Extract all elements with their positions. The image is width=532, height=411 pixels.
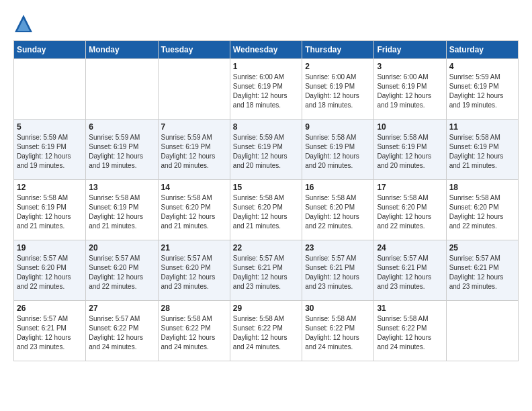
day-number: 16 — [305, 183, 371, 192]
header-cell-wednesday: Wednesday — [230, 41, 302, 59]
day-info: Sunrise: 5:59 AM Sunset: 6:19 PM Dayligh… — [233, 133, 299, 171]
day-info: Sunrise: 6:00 AM Sunset: 6:19 PM Dayligh… — [233, 73, 299, 110]
calendar-week-4: 19Sunrise: 5:57 AM Sunset: 6:20 PM Dayli… — [14, 240, 519, 301]
day-info: Sunrise: 5:58 AM Sunset: 6:19 PM Dayligh… — [17, 193, 83, 231]
header-row: SundayMondayTuesdayWednesdayThursdayFrid… — [14, 41, 519, 59]
calendar-cell: 2Sunrise: 6:00 AM Sunset: 6:19 PM Daylig… — [302, 59, 374, 120]
day-number: 27 — [89, 304, 154, 313]
calendar-cell: 16Sunrise: 5:58 AM Sunset: 6:20 PM Dayli… — [302, 180, 374, 240]
calendar-cell: 20Sunrise: 5:57 AM Sunset: 6:20 PM Dayli… — [86, 240, 158, 301]
calendar-header: SundayMondayTuesdayWednesdayThursdayFrid… — [14, 41, 519, 59]
day-number: 29 — [233, 304, 299, 313]
day-number: 8 — [233, 122, 299, 132]
calendar-table: SundayMondayTuesdayWednesdayThursdayFrid… — [13, 40, 519, 361]
day-number: 13 — [89, 183, 154, 192]
calendar-cell: 6Sunrise: 5:59 AM Sunset: 6:19 PM Daylig… — [86, 120, 158, 180]
day-info: Sunrise: 5:57 AM Sunset: 6:20 PM Dayligh… — [161, 254, 227, 291]
header-cell-tuesday: Tuesday — [158, 41, 230, 59]
calendar-cell: 31Sunrise: 5:58 AM Sunset: 6:22 PM Dayli… — [374, 301, 446, 361]
day-info: Sunrise: 5:58 AM Sunset: 6:22 PM Dayligh… — [233, 314, 299, 352]
calendar-cell: 22Sunrise: 5:57 AM Sunset: 6:21 PM Dayli… — [230, 240, 302, 301]
day-number: 25 — [449, 243, 515, 253]
day-number: 3 — [377, 62, 443, 71]
logo-icon — [13, 13, 34, 34]
calendar-cell: 11Sunrise: 5:58 AM Sunset: 6:19 PM Dayli… — [446, 120, 518, 180]
calendar-cell: 14Sunrise: 5:58 AM Sunset: 6:20 PM Dayli… — [158, 180, 230, 240]
day-info: Sunrise: 5:57 AM Sunset: 6:22 PM Dayligh… — [89, 314, 154, 352]
calendar-week-1: 1Sunrise: 6:00 AM Sunset: 6:19 PM Daylig… — [14, 59, 519, 120]
day-number: 31 — [377, 304, 443, 313]
day-number: 22 — [233, 243, 299, 253]
day-number: 7 — [161, 122, 227, 132]
page-header — [13, 13, 519, 34]
logo — [13, 13, 36, 34]
day-info: Sunrise: 5:58 AM Sunset: 6:20 PM Dayligh… — [233, 193, 299, 231]
day-number: 9 — [305, 122, 371, 132]
calendar-cell: 21Sunrise: 5:57 AM Sunset: 6:20 PM Dayli… — [158, 240, 230, 301]
day-number: 6 — [89, 122, 154, 132]
day-info: Sunrise: 5:57 AM Sunset: 6:21 PM Dayligh… — [305, 254, 371, 291]
calendar-cell: 19Sunrise: 5:57 AM Sunset: 6:20 PM Dayli… — [14, 240, 86, 301]
day-number: 21 — [161, 243, 227, 253]
calendar-cell: 4Sunrise: 5:59 AM Sunset: 6:19 PM Daylig… — [446, 59, 518, 120]
day-number: 26 — [17, 304, 83, 313]
calendar-week-3: 12Sunrise: 5:58 AM Sunset: 6:19 PM Dayli… — [14, 180, 519, 240]
calendar-week-5: 26Sunrise: 5:57 AM Sunset: 6:21 PM Dayli… — [14, 301, 519, 361]
day-info: Sunrise: 5:59 AM Sunset: 6:19 PM Dayligh… — [17, 133, 83, 171]
calendar-body: 1Sunrise: 6:00 AM Sunset: 6:19 PM Daylig… — [14, 59, 519, 361]
calendar-cell: 27Sunrise: 5:57 AM Sunset: 6:22 PM Dayli… — [86, 301, 158, 361]
calendar-cell — [14, 59, 86, 120]
calendar-cell: 15Sunrise: 5:58 AM Sunset: 6:20 PM Dayli… — [230, 180, 302, 240]
calendar-cell: 28Sunrise: 5:58 AM Sunset: 6:22 PM Dayli… — [158, 301, 230, 361]
day-number: 24 — [377, 243, 443, 253]
calendar-cell: 26Sunrise: 5:57 AM Sunset: 6:21 PM Dayli… — [14, 301, 86, 361]
day-number: 1 — [233, 62, 299, 71]
day-info: Sunrise: 5:57 AM Sunset: 6:21 PM Dayligh… — [17, 314, 83, 352]
day-number: 17 — [377, 183, 443, 192]
calendar-cell: 10Sunrise: 5:58 AM Sunset: 6:19 PM Dayli… — [374, 120, 446, 180]
day-info: Sunrise: 5:58 AM Sunset: 6:19 PM Dayligh… — [89, 193, 154, 231]
calendar-cell: 9Sunrise: 5:58 AM Sunset: 6:19 PM Daylig… — [302, 120, 374, 180]
day-number: 19 — [17, 243, 83, 253]
calendar-cell: 23Sunrise: 5:57 AM Sunset: 6:21 PM Dayli… — [302, 240, 374, 301]
calendar-cell: 8Sunrise: 5:59 AM Sunset: 6:19 PM Daylig… — [230, 120, 302, 180]
day-number: 23 — [305, 243, 371, 253]
day-number: 2 — [305, 62, 371, 71]
day-number: 20 — [89, 243, 154, 253]
day-number: 10 — [377, 122, 443, 132]
calendar-cell — [158, 59, 230, 120]
day-info: Sunrise: 5:59 AM Sunset: 6:19 PM Dayligh… — [161, 133, 227, 171]
day-number: 11 — [449, 122, 515, 132]
day-number: 15 — [233, 183, 299, 192]
calendar-cell: 13Sunrise: 5:58 AM Sunset: 6:19 PM Dayli… — [86, 180, 158, 240]
calendar-cell: 18Sunrise: 5:58 AM Sunset: 6:20 PM Dayli… — [446, 180, 518, 240]
day-info: Sunrise: 5:58 AM Sunset: 6:20 PM Dayligh… — [377, 193, 443, 231]
day-info: Sunrise: 6:00 AM Sunset: 6:19 PM Dayligh… — [377, 73, 443, 110]
day-number: 30 — [305, 304, 371, 313]
calendar-cell: 12Sunrise: 5:58 AM Sunset: 6:19 PM Dayli… — [14, 180, 86, 240]
day-info: Sunrise: 5:59 AM Sunset: 6:19 PM Dayligh… — [449, 73, 515, 110]
calendar-cell — [446, 301, 518, 361]
day-info: Sunrise: 5:58 AM Sunset: 6:20 PM Dayligh… — [449, 193, 515, 231]
day-info: Sunrise: 5:58 AM Sunset: 6:19 PM Dayligh… — [305, 133, 371, 171]
calendar-cell: 24Sunrise: 5:57 AM Sunset: 6:21 PM Dayli… — [374, 240, 446, 301]
calendar-cell: 30Sunrise: 5:58 AM Sunset: 6:22 PM Dayli… — [302, 301, 374, 361]
calendar-cell: 3Sunrise: 6:00 AM Sunset: 6:19 PM Daylig… — [374, 59, 446, 120]
day-info: Sunrise: 5:57 AM Sunset: 6:21 PM Dayligh… — [233, 254, 299, 291]
calendar-cell: 29Sunrise: 5:58 AM Sunset: 6:22 PM Dayli… — [230, 301, 302, 361]
day-info: Sunrise: 5:58 AM Sunset: 6:22 PM Dayligh… — [305, 314, 371, 352]
calendar-cell — [86, 59, 158, 120]
day-info: Sunrise: 5:58 AM Sunset: 6:20 PM Dayligh… — [161, 193, 227, 231]
day-info: Sunrise: 5:58 AM Sunset: 6:19 PM Dayligh… — [377, 133, 443, 171]
day-number: 28 — [161, 304, 227, 313]
day-number: 5 — [17, 122, 83, 132]
day-number: 12 — [17, 183, 83, 192]
calendar-cell: 7Sunrise: 5:59 AM Sunset: 6:19 PM Daylig… — [158, 120, 230, 180]
day-info: Sunrise: 5:57 AM Sunset: 6:20 PM Dayligh… — [89, 254, 154, 291]
day-info: Sunrise: 5:58 AM Sunset: 6:22 PM Dayligh… — [377, 314, 443, 352]
day-info: Sunrise: 5:57 AM Sunset: 6:20 PM Dayligh… — [17, 254, 83, 291]
day-info: Sunrise: 5:58 AM Sunset: 6:20 PM Dayligh… — [305, 193, 371, 231]
header-cell-sunday: Sunday — [14, 41, 86, 59]
header-cell-monday: Monday — [86, 41, 158, 59]
day-number: 14 — [161, 183, 227, 192]
